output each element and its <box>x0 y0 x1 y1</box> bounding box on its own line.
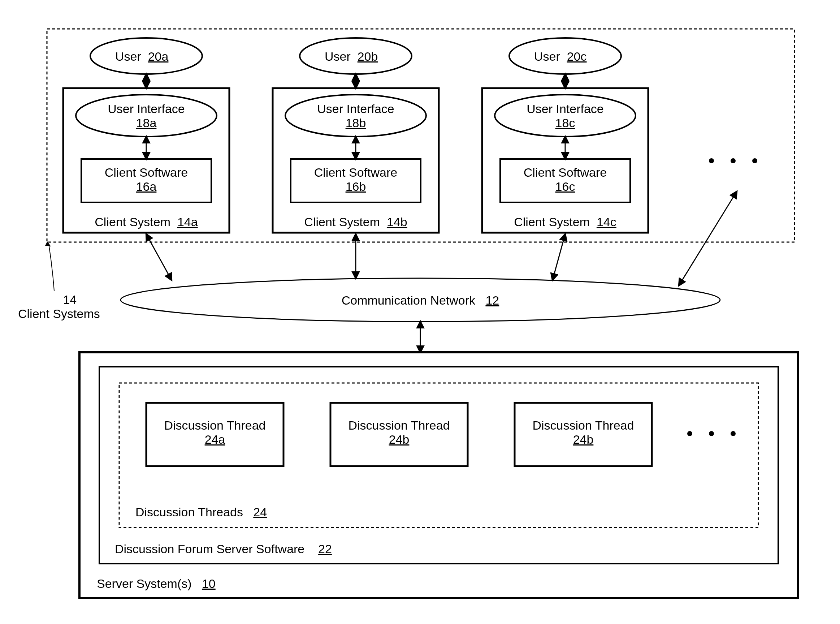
clientsys-text: Client System <box>304 215 380 229</box>
network-text: Communication Network <box>342 293 475 307</box>
user-text: User <box>534 49 560 63</box>
svg-point-13 <box>709 158 714 163</box>
clientsys-ref: 14b <box>387 215 407 229</box>
cs-label-b: Client Software16b <box>291 165 421 194</box>
ui-text: User Interface <box>317 102 395 116</box>
cs-label-c: Client Software16c <box>500 165 630 194</box>
thread-text: Discussion Thread <box>533 419 634 432</box>
svg-point-36 <box>731 431 736 436</box>
thread-ref: 24b <box>573 432 594 446</box>
server-software-text: Discussion Forum Server Software <box>115 542 304 556</box>
ui-text: User Interface <box>108 102 185 116</box>
svg-point-14 <box>731 158 736 163</box>
server-software-label: Discussion Forum Server Software 22 <box>115 542 332 556</box>
thread-text: Discussion Thread <box>164 419 266 432</box>
svg-point-34 <box>687 431 692 436</box>
network-label: Communication Network 12 <box>120 293 720 307</box>
threads-group-label: Discussion Threads 24 <box>136 505 267 519</box>
clientsys-label-a: Client System 14a <box>63 215 229 229</box>
cs-label-a: Client Software16a <box>81 165 211 194</box>
cs-text: Client Software <box>105 165 188 179</box>
user-label-a: User 20a <box>115 49 168 63</box>
clientsys-ref: 14a <box>177 215 198 229</box>
cs-ref: 16c <box>555 179 575 193</box>
user-label-c: User 20c <box>534 49 587 63</box>
cs-text: Client Software <box>314 165 398 179</box>
client-systems-ref: 14 Client Systems <box>40 293 100 321</box>
ui-text: User Interface <box>527 102 604 116</box>
network-ref: 12 <box>486 293 499 307</box>
server-software-ref: 22 <box>318 542 332 556</box>
ui-label-c: User Interface18c <box>525 102 606 130</box>
thread-label-a: Discussion Thread24a <box>146 419 284 446</box>
clientsys-ref: 14c <box>596 215 617 229</box>
server-systems-ref: 10 <box>202 577 216 590</box>
ui-label-a: User Interface18a <box>106 102 187 130</box>
clientsys-text: Client System <box>514 215 590 229</box>
svg-line-23 <box>146 234 171 280</box>
clientsys-label-b: Client System 14b <box>273 215 439 229</box>
ui-ref: 18c <box>555 116 575 130</box>
thread-label-b: Discussion Thread24b <box>330 419 468 446</box>
threads-group-ref: 24 <box>253 505 267 519</box>
cs-ref: 16a <box>136 179 157 193</box>
thread-label-c: Discussion Thread24b <box>515 419 652 446</box>
svg-point-15 <box>752 158 757 163</box>
user-label-b: User 20b <box>325 49 378 63</box>
svg-line-26 <box>679 192 737 286</box>
clientsys-text: Client System <box>95 215 171 229</box>
thread-ref: 24a <box>205 432 225 446</box>
cs-ref: 16b <box>345 179 366 193</box>
svg-line-25 <box>553 234 565 280</box>
client-systems-num: 14 <box>63 293 77 306</box>
clientsys-label-c: Client System 14c <box>482 215 648 229</box>
threads-group-text: Discussion Threads <box>136 505 243 519</box>
ui-label-b: User Interface18b <box>315 102 396 130</box>
client-systems-text: Client Systems <box>18 307 100 321</box>
user-ref: 20b <box>358 49 378 63</box>
cs-text: Client Software <box>524 165 607 179</box>
server-systems-text: Server System(s) <box>97 577 192 590</box>
svg-point-35 <box>709 431 714 436</box>
ui-ref: 18a <box>136 116 157 130</box>
thread-ref: 24b <box>389 432 410 446</box>
server-systems-label: Server System(s) 10 <box>97 577 216 591</box>
user-text: User <box>325 49 351 63</box>
ui-ref: 18b <box>345 116 366 130</box>
thread-text: Discussion Thread <box>348 419 450 432</box>
user-text: User <box>115 49 141 63</box>
user-ref: 20a <box>148 49 169 63</box>
user-ref: 20c <box>567 49 587 63</box>
